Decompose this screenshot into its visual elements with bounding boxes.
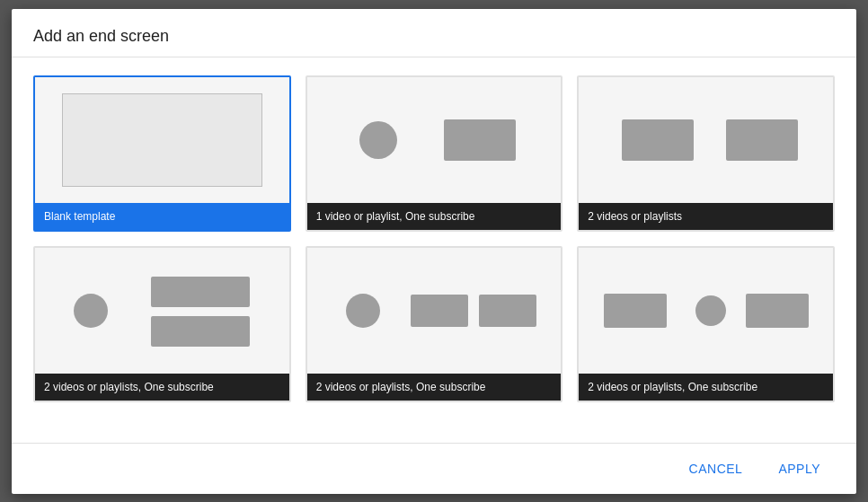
template-preview-2vid-1sub-left — [35, 248, 289, 374]
blank-rect — [62, 93, 262, 187]
video-rect — [444, 119, 516, 161]
template-label-2vid: 2 videos or playlists — [579, 203, 833, 230]
template-label-2vid-1sub-left: 2 videos or playlists, One subscribe — [35, 374, 289, 401]
video-rect-left — [622, 119, 694, 161]
preview-inner-blank — [35, 77, 289, 203]
dialog-footer: CANCEL APPLY — [12, 443, 856, 494]
video-rect-r-right — [746, 294, 809, 328]
apply-button[interactable]: APPLY — [764, 454, 835, 483]
template-label-1vid-1sub: 1 video or playlist, One subscribe — [307, 203, 562, 230]
preview-inner-2vid — [579, 77, 833, 203]
template-preview-2vid — [579, 77, 833, 203]
template-preview-2vid-1sub-center — [307, 248, 562, 374]
dialog-title: Add an end screen — [33, 27, 835, 46]
template-card-2vid[interactable]: 2 videos or playlists — [577, 75, 835, 232]
template-card-blank[interactable]: Blank template — [33, 75, 291, 232]
preview-inner-2vid-1sub-right — [579, 248, 833, 374]
template-label-2vid-1sub-right: 2 videos or playlists, One subscribe — [579, 374, 833, 401]
template-label-2vid-1sub-center: 2 videos or playlists, One subscribe — [307, 374, 562, 401]
video-rect-center-right — [479, 295, 536, 327]
template-card-1vid-1sub[interactable]: 1 video or playlist, One subscribe — [306, 75, 563, 232]
template-card-2vid-1sub-center[interactable]: 2 videos or playlists, One subscribe — [306, 246, 563, 402]
template-label-blank: Blank template — [35, 203, 289, 230]
subscribe-circle-left — [74, 294, 108, 328]
subscribe-circle — [359, 121, 397, 159]
subscribe-circle-right — [695, 295, 726, 326]
template-card-2vid-1sub-right[interactable]: 2 videos or playlists, One subscribe — [577, 246, 835, 402]
video-rect-top — [151, 277, 250, 307]
template-preview-blank — [35, 77, 289, 203]
video-rect-right — [726, 119, 798, 161]
templates-grid: Blank template 1 video or playlist, One … — [33, 75, 835, 402]
preview-inner-2vid-1sub-left — [35, 248, 289, 374]
preview-inner-1vid-1sub — [307, 77, 562, 203]
add-end-screen-dialog: Add an end screen Blank template — [12, 9, 856, 494]
dialog-header: Add an end screen — [12, 9, 856, 57]
video-rect-center-left — [411, 295, 468, 327]
template-card-2vid-1sub-left[interactable]: 2 videos or playlists, One subscribe — [33, 246, 291, 402]
template-preview-2vid-1sub-right — [579, 248, 833, 374]
video-rect-bottom — [151, 316, 250, 347]
cancel-button[interactable]: CANCEL — [675, 454, 757, 483]
dialog-body: Blank template 1 video or playlist, One … — [12, 57, 856, 443]
subscribe-circle-center — [346, 294, 380, 328]
template-preview-1vid-1sub — [307, 77, 562, 203]
video-rect-r-left — [604, 294, 667, 328]
preview-inner-2vid-1sub-center — [307, 248, 562, 374]
